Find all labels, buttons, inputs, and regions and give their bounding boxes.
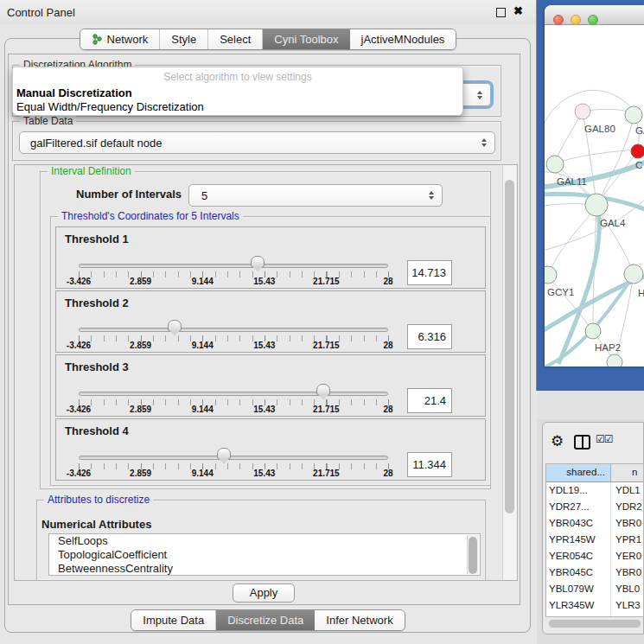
tick-label: 21.715 bbox=[313, 341, 340, 350]
cell-name[interactable]: YDL1 bbox=[611, 482, 643, 499]
cell-name[interactable]: YIL0 bbox=[611, 614, 643, 617]
attribute-list-item[interactable]: SelfLoops bbox=[49, 534, 480, 548]
horizontal-scrollbar-track[interactable] bbox=[547, 619, 642, 628]
network-canvas[interactable]: GAL80 GA C GAL11 GAL4 GCY1 H HAP2 bbox=[545, 25, 644, 367]
select-columns-icon[interactable]: ☑☑ bbox=[596, 433, 613, 445]
tab-style[interactable]: Style bbox=[160, 29, 208, 49]
cell-name[interactable]: YBR0 bbox=[611, 564, 643, 581]
slider-thumb[interactable] bbox=[217, 448, 231, 459]
cell-name[interactable]: YBL0 bbox=[611, 581, 643, 597]
cell-shared-name[interactable]: YBL079W bbox=[546, 581, 611, 597]
group-label: Interval Definition bbox=[48, 165, 135, 177]
node-h[interactable] bbox=[624, 265, 643, 284]
table-data-combobox[interactable]: galFiltered.sif default node bbox=[19, 131, 495, 154]
cell-shared-name[interactable]: YER054C bbox=[546, 548, 611, 564]
dropdown-option-equal-width[interactable]: Equal Width/Frequency Discretization bbox=[16, 100, 459, 114]
tab-discretize-data[interactable]: Discretize Data bbox=[216, 610, 315, 630]
slider-track[interactable] bbox=[79, 328, 388, 332]
tab-jactivemnodules[interactable]: jActiveMNodules bbox=[350, 29, 456, 49]
tab-select[interactable]: Select bbox=[208, 29, 263, 49]
algorithm-dropdown-popup: Select algorithm to view settings Manual… bbox=[12, 67, 463, 116]
group-label: Table Data bbox=[20, 115, 76, 127]
cell-shared-name[interactable]: YDL19... bbox=[546, 482, 611, 499]
numerical-attributes-list[interactable]: SelfLoopsTopologicalCoefficientBetweenne… bbox=[48, 533, 481, 576]
close-traffic-light[interactable] bbox=[553, 15, 564, 25]
list-scrollbar-thumb[interactable] bbox=[469, 537, 477, 574]
float-window-icon[interactable] bbox=[496, 8, 506, 17]
threshold-1-box: Threshold 1 -3.4262.8599.14415.4321.7152… bbox=[55, 226, 486, 289]
cell-shared-name[interactable]: YPR145W bbox=[546, 532, 611, 548]
cell-name[interactable]: YLR3 bbox=[611, 597, 643, 614]
threshold-value-field[interactable]: 11.344 bbox=[407, 452, 452, 477]
cell-shared-name[interactable]: YLR345W bbox=[546, 597, 611, 614]
column-header-name[interactable]: n bbox=[611, 464, 643, 481]
node-hap2[interactable] bbox=[585, 323, 601, 339]
slider-thumb[interactable] bbox=[168, 320, 182, 331]
panel-title: Control Panel bbox=[7, 6, 75, 19]
node-unlabeled[interactable] bbox=[607, 354, 622, 367]
tab-network[interactable]: Network bbox=[80, 29, 161, 49]
table-row[interactable]: YDL19...YDL1 bbox=[546, 482, 643, 499]
number-of-intervals-combobox[interactable]: 5 bbox=[188, 184, 443, 207]
threshold-value-field[interactable]: 21.4 bbox=[407, 388, 452, 413]
table-row[interactable]: YBR045CYBR0 bbox=[546, 564, 643, 581]
cell-name[interactable]: YER0 bbox=[611, 548, 643, 564]
table-row[interactable]: YLR345WYLR3 bbox=[546, 597, 643, 614]
cell-name[interactable]: YPR1 bbox=[611, 532, 643, 548]
slider-thumb[interactable] bbox=[251, 256, 265, 267]
tick-label: 21.715 bbox=[313, 405, 340, 414]
table-row[interactable]: YIL052CYIL0 bbox=[546, 614, 643, 617]
column-header-shared[interactable]: shared... bbox=[546, 464, 611, 481]
node-ga[interactable] bbox=[625, 106, 642, 124]
tick-label: 15.43 bbox=[253, 341, 275, 350]
slider-track[interactable] bbox=[79, 456, 388, 460]
attribute-list-item[interactable]: BetweennessCentrality bbox=[49, 562, 480, 576]
cell-name[interactable]: YBR0 bbox=[611, 515, 643, 532]
vertical-scrollbar-thumb[interactable] bbox=[505, 180, 514, 513]
slider-ticks bbox=[79, 271, 389, 277]
gear-icon[interactable]: ⚙ bbox=[551, 432, 564, 450]
table-row[interactable]: YDR27...YDR2 bbox=[546, 499, 643, 515]
cell-shared-name[interactable]: YBR043C bbox=[546, 515, 611, 532]
horizontal-scrollbar-thumb[interactable] bbox=[549, 620, 641, 628]
threshold-value-field[interactable]: 6.316 bbox=[407, 324, 452, 349]
slider-track[interactable] bbox=[79, 264, 388, 268]
cell-name[interactable]: YDR2 bbox=[611, 499, 643, 515]
apply-button[interactable]: Apply bbox=[233, 583, 295, 603]
dropdown-hint: Select algorithm to view settings bbox=[13, 71, 462, 83]
network-window-titlebar[interactable] bbox=[545, 5, 644, 25]
tab-infer-network[interactable]: Infer Network bbox=[315, 610, 404, 630]
table-row[interactable]: YER054CYER0 bbox=[546, 548, 643, 564]
tick-label: 2.859 bbox=[130, 277, 151, 286]
cell-shared-name[interactable]: YDR27... bbox=[546, 499, 611, 515]
table-row[interactable]: YPR145WYPR1 bbox=[546, 532, 643, 548]
close-icon[interactable]: ✖ bbox=[513, 4, 523, 17]
table-row[interactable]: YBL079WYBL0 bbox=[546, 581, 643, 597]
list-scrollbar-track[interactable] bbox=[467, 535, 479, 574]
attribute-list-item[interactable]: TopologicalCoefficient bbox=[49, 548, 480, 562]
zoom-traffic-light[interactable] bbox=[588, 15, 598, 25]
columns-icon[interactable] bbox=[574, 435, 590, 450]
slider-track[interactable] bbox=[79, 392, 388, 396]
dropdown-option-manual[interactable]: Manual Discretization bbox=[16, 86, 459, 100]
tab-cyni-toolbox[interactable]: Cyni Toolbox bbox=[263, 29, 349, 49]
table-panel-titlebar: Table Panel bbox=[537, 391, 644, 419]
slider-ticks bbox=[79, 463, 389, 469]
cell-shared-name[interactable]: YIL052C bbox=[546, 614, 611, 617]
node-gal80[interactable] bbox=[575, 104, 590, 119]
network-icon bbox=[92, 34, 103, 45]
number-of-intervals-label: Number of Intervals bbox=[76, 188, 182, 201]
node-gal11[interactable] bbox=[546, 156, 564, 173]
slider-thumb[interactable] bbox=[316, 384, 330, 395]
threshold-value-field[interactable]: 14.713 bbox=[407, 260, 452, 285]
cell-shared-name[interactable]: YBR045C bbox=[546, 564, 611, 581]
minimize-traffic-light[interactable] bbox=[571, 15, 581, 25]
numerical-attributes-label: Numerical Attributes bbox=[41, 518, 151, 531]
table-header-row: shared... n bbox=[546, 464, 643, 482]
node-gal4[interactable] bbox=[585, 194, 608, 216]
node-gcy1[interactable] bbox=[545, 266, 557, 284]
tick-label: 9.144 bbox=[192, 277, 214, 286]
tab-impute-data[interactable]: Impute Data bbox=[131, 610, 216, 630]
table-row[interactable]: YBR043CYBR0 bbox=[546, 515, 643, 532]
node-selected-red[interactable] bbox=[631, 144, 644, 158]
